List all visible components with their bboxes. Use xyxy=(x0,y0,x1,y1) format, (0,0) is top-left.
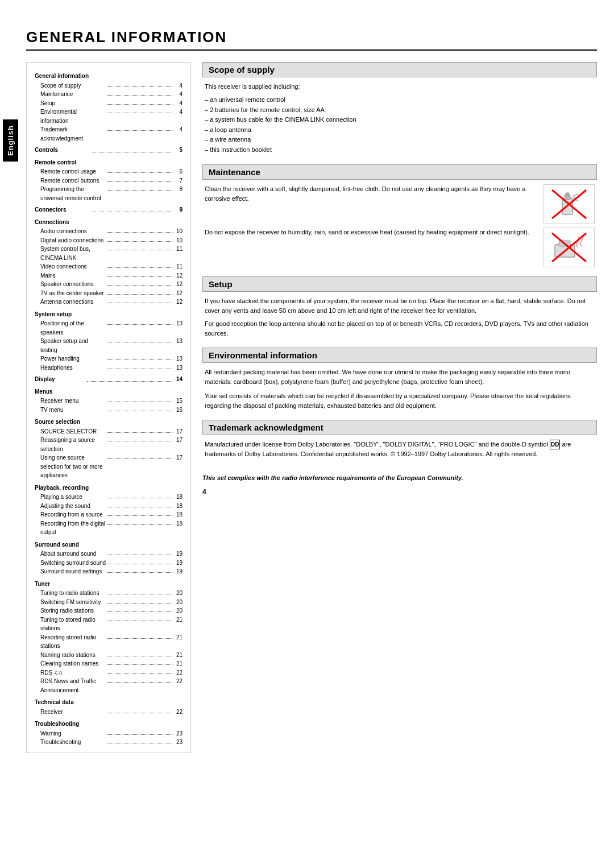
toc-entry: Antenna connections 12 xyxy=(35,297,182,307)
main-content: GENERAL INFORMATION General information … xyxy=(20,17,614,851)
toc-entry: About surround sound 19 xyxy=(35,549,182,559)
toc-entry: Adjusting the sound 18 xyxy=(35,502,182,511)
toc-entry: Mains 12 xyxy=(35,271,182,280)
maintenance-text: Clean the receiver with a soft, slightly… xyxy=(205,184,538,207)
toc-entry: Setup 4 xyxy=(35,99,182,108)
footer-compliance: This set complies with the radio interfe… xyxy=(202,473,597,483)
maintenance-title: Maintenance xyxy=(202,164,597,180)
no-cleaning-illustration xyxy=(544,184,595,224)
toc-entry: RDS ♫♫ 22 xyxy=(35,668,182,677)
toc-entry: Scope of supply 4 xyxy=(35,81,182,90)
toc-entry: Speaker setup and testing 13 xyxy=(35,337,182,354)
scope-intro: This receiver is supplied including: xyxy=(205,82,595,92)
toc-entry: Recording from a source 18 xyxy=(35,510,182,519)
two-col-layout: General information Scope of supply 4 Ma… xyxy=(26,62,597,753)
no-cleaning-svg xyxy=(546,187,592,221)
env-p2: Your set consists of materials which can… xyxy=(205,391,595,411)
list-item: – 2 batteries for the remote control, si… xyxy=(205,105,595,115)
toc-header-surround: Surround sound xyxy=(35,540,182,549)
toc-header-tuner: Tuner xyxy=(35,580,182,589)
list-item: – a wire antenna xyxy=(205,135,595,145)
toc-entry: Maintenance 4 xyxy=(35,90,182,99)
toc-header-systemsetup: System setup xyxy=(35,310,182,319)
setup-section: Setup If you have stacked the components… xyxy=(202,276,597,338)
side-tab: English xyxy=(0,17,20,851)
maintenance-section: Maintenance Clean the receiver with a so… xyxy=(202,164,597,267)
toc-entry: Resorting stored radio stations 21 xyxy=(35,633,182,651)
toc-entry: Trademark acknowledgment 4 xyxy=(35,125,182,143)
environmental-section: Environmental information All redundant … xyxy=(202,348,597,411)
maintenance-inner: Clean the receiver with a soft, slightly… xyxy=(205,184,595,224)
toc-entry: Naming radio stations 21 xyxy=(35,651,182,660)
toc-entry: Storing radio stations 20 xyxy=(35,606,182,615)
list-item: – this instruction booklet xyxy=(205,145,595,155)
toc-entry: Using one source selection for two or mo… xyxy=(35,453,182,480)
toc-entry: Programming the universal remote control… xyxy=(35,185,182,202)
toc-entry: Positioning of the speakers 13 xyxy=(35,319,182,337)
toc-main-controls: Controls 5 xyxy=(35,146,182,155)
svg-rect-2 xyxy=(566,193,569,196)
maintenance-p1: Clean the receiver with a soft, slightly… xyxy=(205,184,538,204)
setup-p1: If you have stacked the components of yo… xyxy=(205,296,595,316)
footer-text: This set complies with the radio interfe… xyxy=(202,473,597,483)
list-item: – a loop antenna xyxy=(205,125,595,135)
toc-entry: TV menu 16 xyxy=(35,406,182,415)
list-item: – an universal remote control xyxy=(205,95,595,105)
toc-entry: Playing a source 18 xyxy=(35,493,182,502)
dd-symbol: DD xyxy=(550,440,560,450)
toc-entry: Remote control buttons 7 xyxy=(35,176,182,185)
no-heat-svg xyxy=(546,230,592,264)
maintenance-images xyxy=(544,184,595,224)
toc-header-remote: Remote control xyxy=(35,158,182,167)
trademark-body: Manufactured under license from Dolby La… xyxy=(202,440,597,460)
env-p1: All redundant packing material has been … xyxy=(205,367,595,387)
toc-entry: Troubleshooting 23 xyxy=(35,738,182,747)
toc-entry: Tuning to radio stations 20 xyxy=(35,589,182,598)
trademark-section: Trademark acknowledgment Manufactured un… xyxy=(202,420,597,460)
toc-entry: Power handling 13 xyxy=(35,354,182,363)
toc-header-troubleshooting: Troubleshooting xyxy=(35,720,182,729)
toc-entry: Recording from the digital output 18 xyxy=(35,519,182,537)
toc-entry: Environmental information 4 xyxy=(35,108,182,125)
toc-entry: Warning 23 xyxy=(35,729,182,738)
no-heat-illustration xyxy=(544,228,595,267)
toc-header-menus: Menus xyxy=(35,387,182,396)
toc-entry: Headphones 13 xyxy=(35,363,182,373)
toc-entry: Reassigning a source selection 17 xyxy=(35,436,182,453)
toc-entry: SOURCE SELECTOR 17 xyxy=(35,427,182,436)
scope-section: Scope of supply This receiver is supplie… xyxy=(202,62,597,155)
toc-entry: Switching surround sound 19 xyxy=(35,559,182,568)
supply-list: – an universal remote control – 2 batter… xyxy=(205,95,595,155)
toc-entry: Digital audio connections 10 xyxy=(35,236,182,245)
toc-entry: Surround sound settings 19 xyxy=(35,567,182,576)
toc-entry: Switching FM sensitivity 20 xyxy=(35,598,182,607)
toc-header-playback: Playback, recording xyxy=(35,483,182,493)
environmental-body: All redundant packing material has been … xyxy=(202,367,597,411)
right-column: Scope of supply This receiver is supplie… xyxy=(202,62,597,753)
table-of-contents: General information Scope of supply 4 Ma… xyxy=(26,62,191,753)
page: English GENERAL INFORMATION General info… xyxy=(0,0,614,868)
environmental-title: Environmental information xyxy=(202,348,597,363)
toc-entry: System control bus, CINEMA LINK 11 xyxy=(35,245,182,262)
svg-line-3 xyxy=(572,194,578,196)
toc-header-technical: Technical data xyxy=(35,698,182,707)
list-item: – a system bus cable for the CINEMA LINK… xyxy=(205,115,595,125)
toc-entry: Speaker connections 12 xyxy=(35,280,182,289)
page-title: GENERAL INFORMATION xyxy=(26,28,597,51)
language-label: English xyxy=(3,119,18,162)
toc-entry: Video connections 11 xyxy=(35,262,182,271)
toc-entry: Clearing station names 21 xyxy=(35,659,182,668)
maintenance-p2: Do not expose the receiver to humidity, … xyxy=(205,228,538,237)
toc-entry: Remote control usage 6 xyxy=(35,167,182,176)
toc-main-display: Display 14 xyxy=(35,375,182,384)
setup-title: Setup xyxy=(202,276,597,292)
scope-body: This receiver is supplied including: – a… xyxy=(202,82,597,155)
toc-header-connections: Connections xyxy=(35,218,182,227)
toc-entry: Audio connections 10 xyxy=(35,227,182,236)
trademark-p1: Manufactured under license from Dolby La… xyxy=(205,440,595,460)
toc-entry: Tuning to stored radio stations 21 xyxy=(35,615,182,633)
trademark-title: Trademark acknowledgment xyxy=(202,420,597,435)
toc-entry: RDS News and Traffic Announcement 22 xyxy=(35,677,182,695)
scope-title: Scope of supply xyxy=(202,62,597,77)
setup-body: If you have stacked the components of yo… xyxy=(202,296,597,338)
